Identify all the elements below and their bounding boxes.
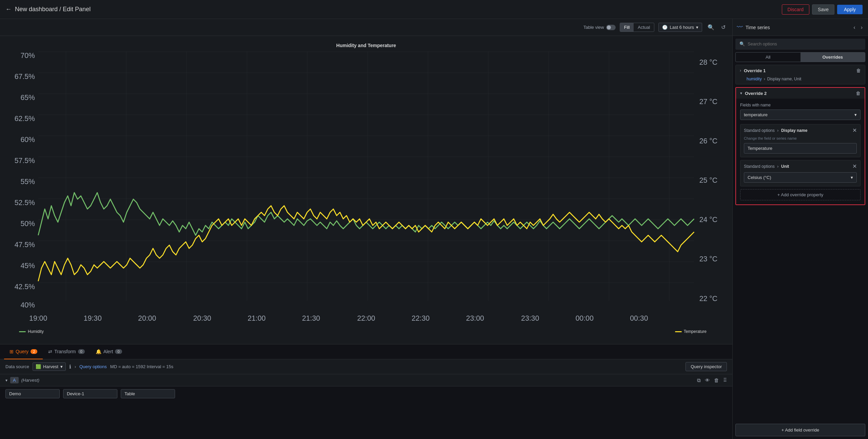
svg-text:00:00: 00:00 (576, 314, 594, 322)
apply-button[interactable]: Apply (837, 5, 863, 14)
query-tab-icon: ⊞ (9, 349, 14, 354)
svg-text:62.5%: 62.5% (15, 115, 35, 123)
actual-button[interactable]: Actual (634, 23, 654, 32)
chart-title: Humidity and Temperature (5, 43, 727, 48)
prop2-category: Standard options (744, 164, 775, 169)
delete-icon[interactable]: 🗑 (714, 377, 719, 383)
query-inspector-button[interactable]: Query inspector (686, 362, 727, 371)
override-2-title: Override 2 (745, 91, 856, 96)
property-unit-header: Standard options › Unit ✕ (740, 160, 860, 172)
svg-text:27 °C: 27 °C (699, 98, 717, 106)
breadcrumb-arrow: › (75, 364, 76, 369)
svg-text:22 °C: 22 °C (699, 295, 717, 303)
query-row-actions: ⧉ 👁 🗑 ⠿ (697, 377, 727, 383)
property-unit: Standard options › Unit ✕ Celsius (°C) ▾ (740, 160, 861, 186)
override-1-subtitle: humidity › Display name, Unit (736, 76, 865, 84)
alert-tab-label: Alert (103, 349, 113, 354)
override-item-1: › Override 1 🗑 humidity › Display name, … (735, 65, 865, 84)
tab-query[interactable]: ⊞ Query 2 (4, 344, 43, 359)
svg-text:19:30: 19:30 (84, 314, 102, 322)
main-layout: Table view Fill Actual 🕐 Last 6 hours ▾ … (0, 19, 868, 439)
expand-panel-button[interactable]: ‹ (852, 23, 856, 32)
override-2-delete[interactable]: 🗑 (856, 91, 861, 96)
table-select[interactable]: Table (121, 389, 175, 398)
refresh-button[interactable]: ↺ (720, 23, 727, 32)
prop1-close-button[interactable]: ✕ (852, 127, 857, 134)
page-title: New dashboard / Edit Panel (15, 6, 91, 13)
table-view-toggle: Table view (583, 25, 616, 30)
chart-container: Humidity and Temperature 70% 67.5% 65% 6… (0, 36, 732, 344)
fill-button[interactable]: Fill (620, 23, 634, 32)
svg-text:45%: 45% (20, 262, 35, 270)
table-view-label: Table view (583, 25, 604, 30)
svg-text:20:00: 20:00 (138, 314, 156, 322)
copy-icon[interactable]: ⧉ (697, 377, 701, 383)
discard-button[interactable]: Discard (782, 4, 809, 15)
svg-text:70%: 70% (20, 52, 35, 60)
drag-icon[interactable]: ⠿ (723, 377, 727, 383)
panel-tab-row: All Overrides (735, 52, 865, 62)
chart-legend: Humidity Temperature (5, 329, 727, 334)
tab-transform[interactable]: ⇄ Transform 0 (43, 344, 90, 359)
query-options-link[interactable]: Query options (79, 364, 107, 369)
collapse-panel-button[interactable]: › (860, 23, 864, 32)
override-2-header[interactable]: ▾ Override 2 🗑 (736, 88, 865, 99)
search-input[interactable] (748, 41, 861, 46)
prop2-dropdown[interactable]: Celsius (°C) ▾ (744, 172, 857, 183)
prop1-arrow: › (777, 128, 778, 133)
svg-text:26 °C: 26 °C (699, 137, 717, 145)
alert-tab-badge: 0 (115, 349, 122, 354)
device-select[interactable]: Device-1 (63, 389, 117, 398)
tab-alert[interactable]: 🔔 Alert 0 (90, 344, 128, 359)
field-name-value: temperature (744, 112, 768, 117)
svg-rect-0 (38, 52, 694, 301)
tab-overrides[interactable]: Overrides (801, 53, 865, 62)
chevron-down-icon: ▾ (60, 364, 63, 369)
svg-text:23:00: 23:00 (466, 314, 484, 322)
top-header: ← New dashboard / Edit Panel Discard Sav… (0, 0, 868, 19)
add-override-property-button[interactable]: + Add override property (740, 189, 861, 200)
tab-all[interactable]: All (736, 53, 801, 62)
table-view-switch[interactable] (606, 25, 616, 30)
right-toolbar: 〰 Time series ‹ › (733, 19, 868, 36)
save-button[interactable]: Save (812, 4, 834, 15)
prop1-description: Change the field or series name (740, 136, 860, 143)
field-name-dropdown[interactable]: temperature ▾ (740, 109, 861, 120)
transform-tab-label: Transform (54, 349, 76, 354)
datasource-selector[interactable]: 🟩 Harvest ▾ (33, 362, 66, 371)
header-left: ← New dashboard / Edit Panel (5, 6, 91, 13)
prop1-input[interactable] (744, 143, 857, 154)
legend-color-humidity (19, 331, 26, 332)
svg-text:42.5%: 42.5% (15, 283, 35, 291)
svg-text:22:00: 22:00 (357, 314, 375, 322)
legend-temperature: Temperature (675, 329, 707, 334)
svg-text:55%: 55% (20, 178, 35, 186)
time-range-button[interactable]: 🕐 Last 6 hours ▾ (658, 23, 702, 32)
svg-text:47.5%: 47.5% (15, 241, 35, 249)
override-1-header[interactable]: › Override 1 🗑 (736, 65, 865, 76)
property-unit-title: Standard options › Unit (744, 164, 789, 169)
override-item-2: ▾ Override 2 🗑 Fields with name temperat… (735, 87, 865, 205)
bottom-panel: ⊞ Query 2 ⇄ Transform 0 🔔 Alert 0 Data s… (0, 344, 732, 439)
svg-text:24 °C: 24 °C (699, 216, 717, 224)
query-collapse-button[interactable]: ▾ (5, 378, 7, 383)
info-button[interactable]: ℹ (69, 364, 71, 370)
svg-text:20:30: 20:30 (193, 314, 211, 322)
zoom-button[interactable]: 🔍 (706, 23, 716, 32)
datasource-name: Harvest (43, 364, 58, 369)
transform-tab-badge: 0 (78, 349, 85, 354)
chart-svg: 70% 67.5% 65% 62.5% 60% 57.5% 55% 52.5% … (5, 52, 727, 327)
add-field-override-button[interactable]: + Add field override (735, 424, 865, 436)
fill-actual-group: Fill Actual (620, 23, 655, 32)
override-1-field: humidity (747, 77, 762, 81)
svg-text:52.5%: 52.5% (15, 199, 35, 207)
back-button[interactable]: ← (5, 6, 12, 13)
svg-text:21:00: 21:00 (248, 314, 266, 322)
query-meta: MD = auto = 1592 Interval = 15s (110, 364, 173, 369)
override-1-delete[interactable]: 🗑 (856, 68, 861, 73)
property-display-name-title: Standard options › Display name (744, 128, 807, 133)
header-right: Discard Save Apply (782, 4, 863, 15)
demo-select[interactable]: Demo (5, 389, 60, 398)
prop2-close-button[interactable]: ✕ (852, 163, 857, 169)
eye-icon[interactable]: 👁 (705, 377, 710, 383)
